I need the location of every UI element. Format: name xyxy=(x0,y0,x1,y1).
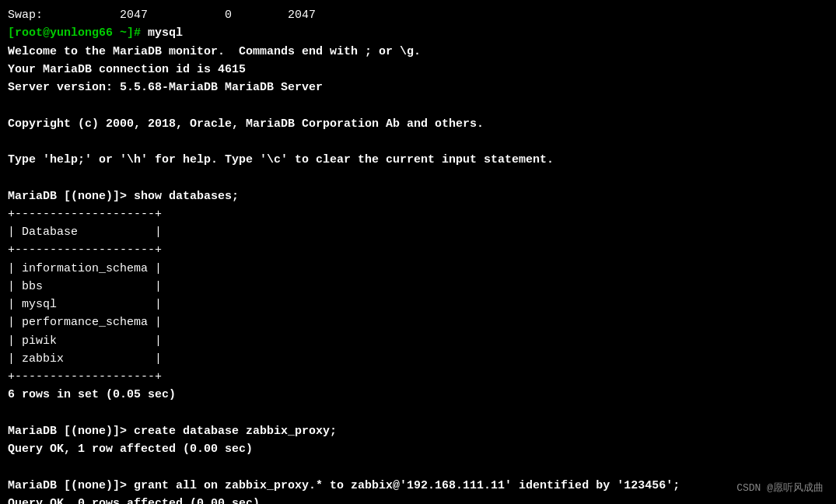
terminal-line-23: MariaDB [(none)]> create database zabbix… xyxy=(8,422,828,440)
terminal-line-15: | bbs | xyxy=(8,278,828,296)
terminal-line-11: +--------------------+ xyxy=(8,205,828,223)
terminal-line-13: +--------------------+ xyxy=(8,241,828,259)
terminal-line-14: | information_schema | xyxy=(8,260,828,278)
terminal-line-8: Type 'help;' or '\h' for help. Type '\c'… xyxy=(8,151,828,169)
terminal-line-10: MariaDB [(none)]> show databases; xyxy=(8,187,828,205)
terminal-line-12: | Database | xyxy=(8,223,828,241)
terminal-line-26: MariaDB [(none)]> grant all on zabbix_pr… xyxy=(8,477,828,495)
terminal-line-25 xyxy=(8,458,828,476)
terminal-line-2: Welcome to the MariaDB monitor. Commands… xyxy=(8,43,828,61)
terminal-line-22 xyxy=(8,404,828,422)
terminal-line-5 xyxy=(8,96,828,114)
terminal-line-24: Query OK, 1 row affected (0.00 sec) xyxy=(8,440,828,458)
terminal-line-7 xyxy=(8,133,828,151)
terminal-line-0: Swap: 2047 0 2047 xyxy=(8,6,828,24)
terminal-line-18: | piwik | xyxy=(8,332,828,350)
terminal-line-27: Query OK, 0 rows affected (0.00 sec) xyxy=(8,495,828,504)
terminal-line-21: 6 rows in set (0.05 sec) xyxy=(8,386,828,404)
terminal-line-16: | mysql | xyxy=(8,296,828,313)
watermark: CSDN @愿听风成曲 xyxy=(736,481,824,495)
terminal-line-20: +--------------------+ xyxy=(8,368,828,386)
terminal-line-17: | performance_schema | xyxy=(8,313,828,331)
terminal: Swap: 2047 0 2047[root@yunlong66 ~]# mys… xyxy=(0,0,836,504)
terminal-line-6: Copyright (c) 2000, 2018, Oracle, MariaD… xyxy=(8,115,828,133)
terminal-line-4: Server version: 5.5.68-MariaDB MariaDB S… xyxy=(8,79,828,96)
terminal-line-19: | zabbix | xyxy=(8,350,828,368)
terminal-line-9 xyxy=(8,169,828,187)
terminal-line-3: Your MariaDB connection id is 4615 xyxy=(8,61,828,79)
terminal-line-1: [root@yunlong66 ~]# mysql xyxy=(8,24,828,42)
